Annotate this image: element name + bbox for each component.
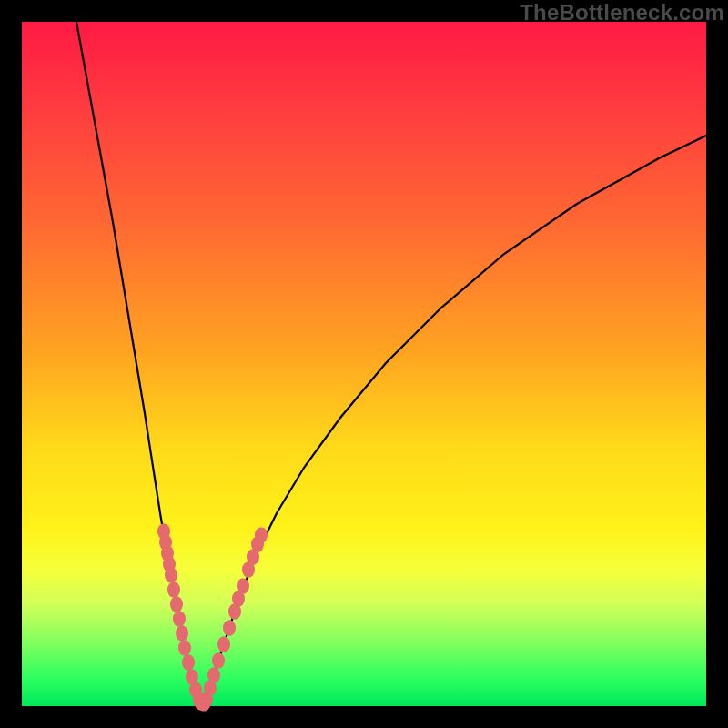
data-marker xyxy=(165,567,177,583)
data-marker xyxy=(176,625,188,642)
data-marker xyxy=(212,652,225,669)
curve-right xyxy=(204,136,706,703)
data-marker xyxy=(170,596,183,612)
data-marker xyxy=(173,611,186,627)
data-marker xyxy=(167,581,180,598)
data-marker xyxy=(182,654,195,671)
chart-svg xyxy=(22,22,706,706)
curve-group xyxy=(76,22,706,703)
marker-group xyxy=(157,523,268,711)
data-marker xyxy=(207,667,220,683)
data-marker xyxy=(223,620,236,636)
data-marker xyxy=(178,640,191,656)
watermark-text: TheBottleneck.com xyxy=(520,0,724,25)
data-marker xyxy=(255,527,268,543)
data-marker xyxy=(237,578,249,594)
data-marker xyxy=(199,698,210,712)
chart-frame xyxy=(22,22,706,706)
data-marker xyxy=(217,636,230,652)
